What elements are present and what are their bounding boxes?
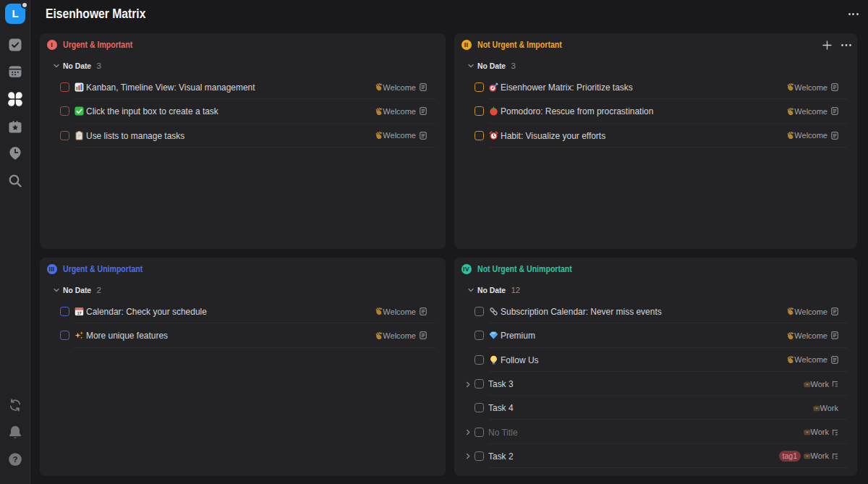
svg-text:17: 17 bbox=[77, 311, 81, 315]
svg-text:?: ? bbox=[12, 455, 17, 464]
